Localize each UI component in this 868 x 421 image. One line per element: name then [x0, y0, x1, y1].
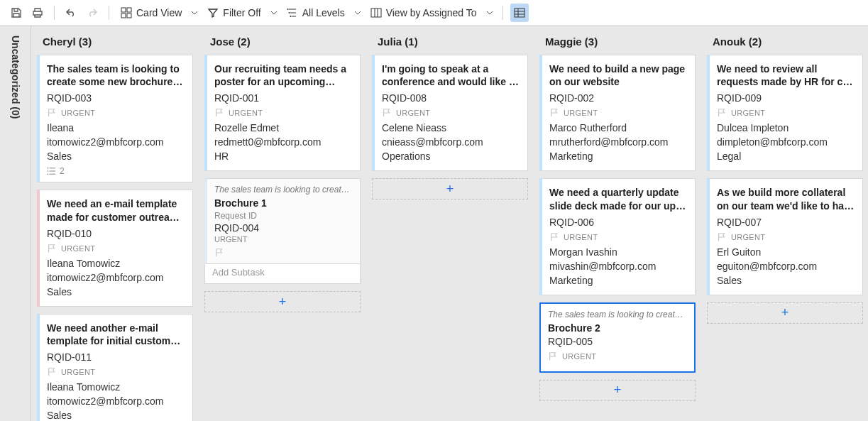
lane: Jose (2)Our recruiting team needs a post…: [199, 26, 366, 421]
levels-label: All Levels: [302, 7, 345, 18]
separator: [54, 6, 55, 20]
card-view-button[interactable]: Card View: [116, 4, 186, 22]
undo-icon[interactable]: [62, 4, 80, 22]
svg-rect-1: [127, 8, 131, 12]
card-selected[interactable]: The sales team is looking to create…Broc…: [539, 302, 696, 373]
urgent-label: URGENT: [229, 109, 263, 117]
view-by-button[interactable]: View by Assigned To: [366, 4, 481, 22]
add-card-button[interactable]: +: [707, 302, 863, 324]
svg-point-6: [290, 16, 291, 17]
board: Uncategorized (0) Cheryl (3)The sales te…: [0, 26, 868, 421]
separator: [502, 6, 503, 20]
card-reqid: RQID-001: [214, 92, 353, 104]
card[interactable]: We need to review all requests made by H…: [707, 55, 863, 171]
lane-header[interactable]: Maggie (3): [537, 26, 698, 55]
list-icon: [47, 167, 57, 175]
flag-icon: [47, 108, 57, 118]
svg-point-11: [48, 174, 49, 175]
urgent-label: URGENT: [61, 244, 95, 253]
save-icon[interactable]: [7, 4, 26, 22]
card-email: redmett0@mbfcorp.com: [214, 136, 353, 148]
separator: [109, 6, 109, 20]
add-card-button[interactable]: +: [539, 380, 696, 401]
card-dept: Operations: [382, 151, 520, 162]
card[interactable]: We need another e-mail template for init…: [37, 314, 193, 421]
card-reqid: RQID-010: [47, 228, 185, 239]
filter-icon: [207, 7, 219, 18]
view-by-dropdown[interactable]: [484, 10, 495, 16]
levels-icon: [287, 7, 298, 18]
card-reqid: RQID-007: [717, 217, 855, 228]
svg-point-4: [287, 9, 288, 10]
parent-context: The sales team is looking to create…: [548, 310, 687, 319]
card[interactable]: We need a quarterly update slide deck ma…: [539, 178, 696, 295]
flag-icon: [382, 108, 392, 118]
card-title: Brochure 2: [548, 322, 687, 334]
parent-context: The sales team is looking to create…: [214, 185, 353, 195]
card[interactable]: Our recruiting team needs a poster for a…: [204, 55, 361, 171]
flag-icon: [214, 108, 224, 118]
card-email: eguiton@mbfcorp.com: [717, 261, 855, 272]
card[interactable]: The sales team is looking to create some…: [37, 55, 193, 182]
urgent-label: URGENT: [61, 109, 95, 117]
card[interactable]: We need to build a new page on our websi…: [539, 55, 696, 171]
urgent-row: URGENT: [214, 108, 353, 118]
levels-button[interactable]: All Levels: [282, 4, 349, 22]
card-reqid: RQID-009: [717, 92, 855, 104]
card-title: We need another e-mail template for init…: [47, 322, 185, 347]
urgent-label: URGENT: [731, 109, 765, 117]
flag-icon: [549, 108, 559, 118]
card-dept: Sales: [47, 286, 185, 297]
filter-button[interactable]: Filter Off: [203, 4, 265, 22]
add-card-button[interactable]: +: [204, 291, 361, 312]
card-name: Rozelle Edmet: [214, 122, 353, 133]
card-email: itomowicz2@mbfcorp.com: [47, 395, 185, 407]
lane: Maggie (3)We need to build a new page on…: [534, 26, 701, 421]
lane: Julia (1)I'm going to speak at a confere…: [366, 26, 534, 421]
card[interactable]: I'm going to speak at a conference and w…: [372, 55, 528, 171]
urgent-row: URGENT: [717, 108, 855, 118]
card-footer: 2: [47, 166, 185, 176]
lane: Cheryl (3)The sales team is looking to c…: [31, 26, 199, 421]
lane-header[interactable]: Julia (1): [369, 26, 531, 55]
filter-dropdown[interactable]: [268, 10, 280, 16]
card-name: Dulcea Impleton: [717, 122, 855, 133]
plus-icon: +: [781, 305, 789, 320]
card-name: Marco Rutherford: [549, 122, 688, 133]
card-name: Ileana Tomowicz: [47, 381, 185, 393]
card[interactable]: As we build more collateral on our team …: [707, 178, 863, 295]
card-view-dropdown[interactable]: [189, 10, 200, 16]
uncategorized-lane[interactable]: Uncategorized (0): [0, 26, 31, 421]
urgent-label: URGENT: [731, 233, 765, 241]
flag-icon: [214, 248, 353, 258]
add-card-button[interactable]: +: [372, 178, 528, 199]
lane: Anouk (2)We need to review all requests …: [701, 26, 868, 421]
card-title: I'm going to speak at a conference and w…: [382, 62, 520, 88]
add-subtask-input[interactable]: Add Subtask: [204, 261, 361, 284]
svg-rect-7: [371, 9, 381, 17]
card-dept: Marketing: [549, 151, 688, 162]
card-subtask[interactable]: The sales team is looking to create…Broc…: [204, 178, 361, 264]
lane-header[interactable]: Cheryl (3): [34, 26, 196, 55]
urgent-row: URGENT: [47, 367, 185, 377]
redo-icon[interactable]: [83, 4, 101, 22]
card[interactable]: We need an e-mail template made for cust…: [37, 190, 193, 306]
uncategorized-label: Uncategorized (0): [10, 35, 21, 119]
card-name: Ileana: [47, 122, 185, 133]
card-title: We need to build a new page on our websi…: [549, 62, 688, 88]
svg-point-9: [48, 168, 49, 169]
card-reqid: RQID-004: [214, 222, 353, 234]
card-title: The sales team is looking to create some…: [47, 62, 185, 88]
urgent-label: URGENT: [214, 235, 353, 244]
card-email: itomowicz2@mbfcorp.com: [47, 136, 185, 148]
plus-icon: +: [446, 182, 454, 197]
compact-view-toggle[interactable]: [510, 4, 529, 22]
levels-dropdown[interactable]: [352, 10, 363, 16]
print-icon[interactable]: [28, 4, 47, 22]
lane-header[interactable]: Jose (2): [202, 26, 363, 55]
urgent-row: URGENT: [47, 108, 185, 118]
lane-header[interactable]: Anouk (2): [704, 26, 866, 55]
urgent-label: URGENT: [564, 233, 598, 241]
card-dept: HR: [214, 151, 353, 162]
card-reqid: RQID-005: [548, 336, 687, 347]
